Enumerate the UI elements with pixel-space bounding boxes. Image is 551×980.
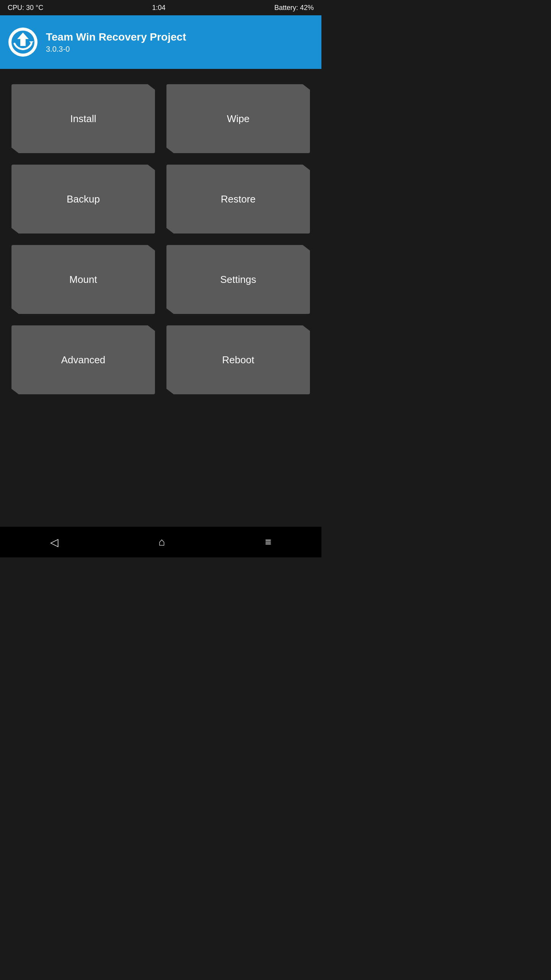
app-logo xyxy=(8,27,38,57)
app-version: 3.0.3-0 xyxy=(46,45,186,54)
status-bar: CPU: 30 °C 1:04 Battery: 42% xyxy=(0,0,321,15)
restore-button[interactable]: Restore xyxy=(166,165,310,234)
reboot-button[interactable]: Reboot xyxy=(166,325,310,394)
bottom-nav-bar: ◁ ⌂ ≡ xyxy=(0,527,321,557)
install-button[interactable]: Install xyxy=(11,84,155,153)
advanced-button[interactable]: Advanced xyxy=(11,325,155,394)
home-nav-button[interactable]: ⌂ xyxy=(158,536,165,548)
back-nav-button[interactable]: ◁ xyxy=(50,536,59,549)
menu-nav-button[interactable]: ≡ xyxy=(265,536,271,548)
main-grid: Install Wipe Backup Restore Mount Settin… xyxy=(0,69,321,410)
mount-button[interactable]: Mount xyxy=(11,245,155,314)
app-title: Team Win Recovery Project xyxy=(46,31,186,43)
app-header: Team Win Recovery Project 3.0.3-0 xyxy=(0,15,321,69)
wipe-button[interactable]: Wipe xyxy=(166,84,310,153)
backup-button[interactable]: Backup xyxy=(11,165,155,234)
settings-button[interactable]: Settings xyxy=(166,245,310,314)
time-status: 1:04 xyxy=(152,4,166,12)
battery-status: Battery: 42% xyxy=(274,4,314,12)
header-text-block: Team Win Recovery Project 3.0.3-0 xyxy=(46,31,186,54)
cpu-status: CPU: 30 °C xyxy=(8,4,43,12)
